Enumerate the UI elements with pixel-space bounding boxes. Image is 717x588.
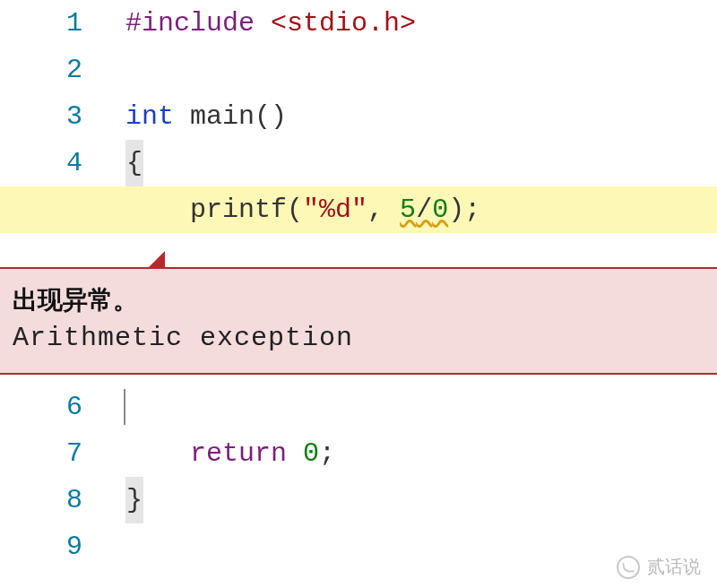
keyword-token: return: [190, 438, 287, 469]
punct-token: (: [287, 195, 303, 225]
exception-title: 出现异常。: [13, 283, 704, 317]
code-line[interactable]: 7 return 0;: [0, 430, 717, 477]
text-cursor: [124, 389, 125, 425]
code-content[interactable]: {: [108, 140, 717, 186]
punct-token: (): [255, 101, 287, 132]
code-line-current[interactable]: 5 printf("%d", 5/0);: [0, 186, 717, 233]
watermark-text: 贰话说: [647, 555, 701, 579]
preprocessor-token: #include: [125, 8, 255, 39]
line-number: 1: [0, 0, 108, 47]
code-line[interactable]: 1 #include <stdio.h>: [0, 0, 717, 47]
line-number: 8: [0, 477, 108, 523]
number-token-warning: 0: [432, 195, 448, 225]
space: [384, 195, 400, 225]
punct-token: ): [448, 195, 464, 225]
number-token-warning: 5: [400, 195, 416, 225]
include-header-token: <stdio.h>: [271, 8, 416, 39]
line-number: 3: [0, 93, 108, 140]
code-line[interactable]: 9: [0, 523, 717, 570]
wechat-icon: [617, 556, 640, 579]
code-content[interactable]: return 0;: [108, 430, 717, 477]
space: [287, 438, 303, 469]
operator-token-warning: /: [416, 195, 432, 225]
exception-pointer-wedge: [149, 251, 165, 267]
code-line[interactable]: 3 int main(): [0, 93, 717, 140]
code-content[interactable]: printf("%d", 5/0);: [108, 186, 717, 233]
exception-panel[interactable]: 出现异常。 Arithmetic exception: [0, 267, 717, 375]
code-content[interactable]: }: [108, 477, 717, 523]
code-content[interactable]: [108, 384, 717, 430]
code-content[interactable]: int main(): [108, 93, 717, 140]
number-token: 0: [303, 438, 319, 469]
line-number: 2: [0, 47, 108, 93]
line-number: 6: [0, 384, 108, 430]
code-line[interactable]: 6: [0, 384, 717, 430]
exception-message: Arithmetic exception: [13, 323, 704, 353]
code-content[interactable]: #include <stdio.h>: [108, 0, 717, 47]
function-name-token: main: [190, 101, 255, 132]
brace-highlight: {: [125, 140, 143, 186]
string-token: "%d": [303, 195, 367, 225]
brace-highlight: }: [125, 477, 143, 523]
punct-token: ,: [367, 195, 384, 225]
code-editor[interactable]: 1 #include <stdio.h> 2 3 int main() 4 { …: [0, 0, 717, 588]
keyword-token: int: [125, 101, 174, 132]
code-line[interactable]: 2: [0, 47, 717, 93]
line-number: 9: [0, 523, 108, 570]
watermark: 贰话说: [617, 555, 701, 579]
punct-token: ;: [319, 438, 335, 469]
code-line[interactable]: 4 {: [0, 140, 717, 186]
punct-token: ;: [464, 195, 480, 225]
code-line[interactable]: 8 }: [0, 477, 717, 523]
line-number: 7: [0, 430, 108, 477]
function-call-token: printf: [190, 195, 287, 225]
